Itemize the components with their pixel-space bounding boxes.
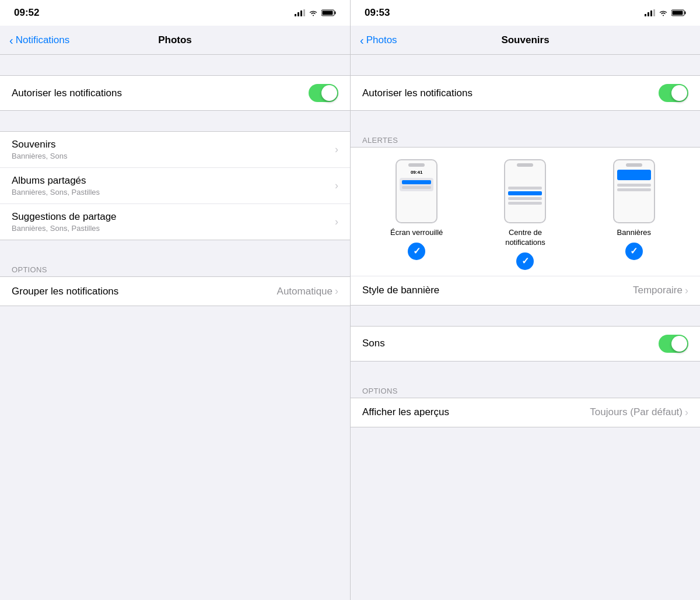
- right-gap-1: [351, 55, 700, 75]
- right-sons-card: Sons: [351, 326, 700, 362]
- left-group-notif-label: Grouper les notifications: [12, 286, 118, 297]
- right-chevron-icon: ‹: [360, 34, 364, 46]
- left-gap-1: [0, 55, 350, 75]
- lock-screen-mockup: 09:41: [396, 159, 438, 223]
- left-items-card: Souvenirs Bannières, Sons › Albums parta…: [0, 131, 350, 240]
- banner-label: Bannières: [617, 228, 652, 238]
- left-options-card: Grouper les notifications Automatique ›: [0, 276, 350, 306]
- souvenirs-subtitle: Bannières, Sons: [12, 152, 67, 160]
- svg-rect-7: [645, 14, 646, 16]
- left-allow-notif-card: Autoriser les notifications: [0, 75, 350, 111]
- list-item-suggestions[interactable]: Suggestions de partage Bannières, Sons, …: [0, 203, 350, 240]
- souvenirs-title: Souvenirs: [12, 139, 67, 150]
- list-item-souvenirs[interactable]: Souvenirs Bannières, Sons ›: [0, 132, 350, 167]
- right-nav-title: Souvenirs: [501, 34, 549, 46]
- right-status-icons: [645, 9, 686, 16]
- left-status-bar: 09:52: [0, 0, 350, 26]
- right-sons-label: Sons: [362, 338, 385, 349]
- left-gap-3: [0, 240, 350, 261]
- afficher-label: Afficher les aperçus: [362, 406, 449, 418]
- list-item-albums[interactable]: Albums partagés Bannières, Sons, Pastill…: [0, 167, 350, 203]
- right-gap-4: [351, 362, 700, 382]
- left-panel: 09:52 ‹ No: [0, 0, 350, 600]
- left-status-time: 09:52: [14, 7, 39, 19]
- right-nav-bar: ‹ Photos Souvenirs: [351, 26, 700, 55]
- left-allow-notif-label: Autoriser les notifications: [12, 87, 122, 99]
- afficher-chevron-icon: ›: [685, 406, 688, 419]
- style-banniere-value: Temporaire: [633, 285, 682, 296]
- left-status-icons: [295, 9, 336, 16]
- banner-notch: [626, 163, 642, 167]
- left-gap-2: [0, 111, 350, 131]
- afficher-value: Toujours (Par défaut): [590, 406, 682, 418]
- svg-rect-6: [323, 11, 333, 15]
- right-allow-notif-card: Autoriser les notifications: [351, 75, 700, 111]
- right-wifi-icon: [659, 9, 668, 16]
- right-panel: 09:53 ‹ Photos Souveni: [350, 0, 700, 600]
- right-gap-3: [351, 306, 700, 326]
- afficher-row[interactable]: Afficher les aperçus Toujours (Par défau…: [351, 398, 700, 427]
- alert-option-banner[interactable]: Bannières ✓: [599, 159, 669, 260]
- right-options-card: Afficher les aperçus Toujours (Par défau…: [351, 398, 700, 427]
- svg-rect-12: [685, 12, 686, 15]
- left-group-notif-value: Automatique: [277, 286, 332, 297]
- nc-screen-mockup: [504, 159, 546, 223]
- right-back-label: Photos: [366, 34, 397, 46]
- svg-rect-5: [335, 12, 336, 15]
- lock-notch: [408, 163, 425, 167]
- left-nav-bar: ‹ Notifications Photos: [0, 26, 350, 55]
- nc-notch: [517, 163, 533, 167]
- style-banniere-label: Style de bannière: [362, 285, 439, 296]
- right-gap-2: [351, 111, 700, 131]
- souvenirs-chevron-icon: ›: [335, 143, 338, 156]
- battery-icon: [321, 9, 336, 16]
- left-chevron-icon: ‹: [9, 34, 13, 46]
- right-toggle-row: Autoriser les notifications: [351, 76, 700, 110]
- svg-rect-13: [673, 11, 683, 15]
- right-battery-icon: [671, 9, 686, 16]
- left-options-label: OPTIONS: [0, 261, 350, 276]
- svg-rect-10: [653, 9, 655, 16]
- left-group-notif-chevron-icon: ›: [335, 285, 338, 297]
- right-status-time: 09:53: [365, 7, 390, 19]
- right-alertes-card: 09:41 Écran verrouillé ✓: [351, 147, 700, 306]
- alert-option-nc[interactable]: Centre de notifications ✓: [490, 159, 560, 270]
- right-sons-row: Sons: [351, 327, 700, 361]
- left-group-notif-row[interactable]: Grouper les notifications Automatique ›: [0, 277, 350, 306]
- right-nav-back[interactable]: ‹ Photos: [360, 34, 397, 46]
- suggestions-title: Suggestions de partage: [12, 211, 117, 223]
- right-signal-icon: [645, 9, 655, 16]
- wifi-icon: [309, 9, 318, 16]
- nc-label: Centre de notifications: [490, 228, 560, 248]
- svg-rect-2: [300, 10, 302, 16]
- svg-rect-9: [650, 10, 652, 16]
- suggestions-chevron-icon: ›: [335, 216, 338, 228]
- albums-subtitle: Bannières, Sons, Pastilles: [12, 188, 100, 197]
- right-status-bar: 09:53: [351, 0, 700, 26]
- right-allow-notif-label: Autoriser les notifications: [362, 87, 473, 99]
- right-allow-notif-toggle[interactable]: [659, 84, 688, 102]
- left-nav-back[interactable]: ‹ Notifications: [9, 34, 69, 46]
- suggestions-subtitle: Bannières, Sons, Pastilles: [12, 224, 117, 233]
- right-alertes-label: ALERTES: [351, 131, 700, 147]
- left-allow-notif-toggle[interactable]: [309, 84, 338, 102]
- signal-icon: [295, 9, 305, 16]
- svg-rect-3: [303, 9, 305, 16]
- right-options-label: OPTIONS: [351, 382, 700, 398]
- lock-screen-label: Écran verrouillé: [390, 228, 443, 238]
- style-banniere-chevron-icon: ›: [685, 285, 688, 297]
- style-banniere-row[interactable]: Style de bannière Temporaire ›: [351, 276, 700, 305]
- banner-check-icon: ✓: [625, 243, 643, 260]
- svg-rect-1: [298, 12, 299, 16]
- svg-rect-0: [295, 14, 296, 16]
- nc-check-icon: ✓: [516, 252, 534, 270]
- left-toggle-row: Autoriser les notifications: [0, 76, 350, 110]
- alertes-icons-row: 09:41 Écran verrouillé ✓: [351, 148, 700, 276]
- albums-chevron-icon: ›: [335, 180, 338, 192]
- right-sons-toggle[interactable]: [659, 335, 688, 353]
- lock-check-icon: ✓: [408, 243, 425, 260]
- banner-screen-mockup: [613, 159, 655, 223]
- svg-rect-8: [648, 12, 649, 16]
- albums-title: Albums partagés: [12, 175, 100, 187]
- alert-option-lock[interactable]: 09:41 Écran verrouillé ✓: [382, 159, 452, 260]
